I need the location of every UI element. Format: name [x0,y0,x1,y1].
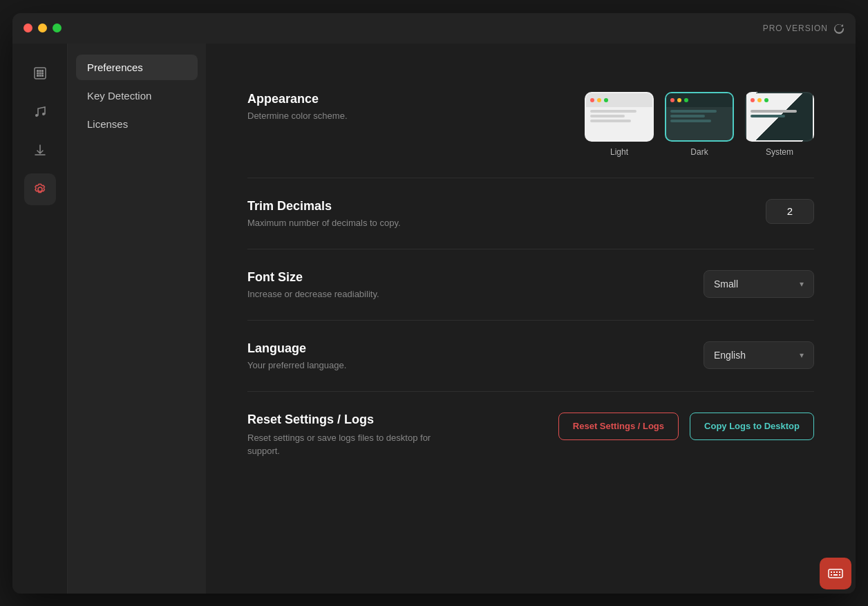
card-dark-dot-red [670,98,674,102]
sidebar-icons [12,44,68,594]
reset-section: Reset Settings / Logs Reset settings or … [247,392,814,479]
refresh-icon[interactable] [833,23,845,34]
language-chevron-down-icon: ▾ [800,350,804,360]
trim-decimals-control: 2 [766,199,814,224]
font-size-title: Font Size [247,270,704,285]
sidebar-icon-calculator[interactable] [24,57,56,89]
svg-rect-14 [833,571,835,573]
sidebar-icon-music[interactable] [24,96,56,128]
app-window: PRO VERSION [12,13,856,594]
svg-rect-8 [39,75,41,77]
card-dark-line1 [670,110,717,113]
font-size-desc: Increase or decrease readiability. [247,289,704,299]
maximize-button[interactable] [53,23,62,32]
appearance-cards-row: Light [585,92,814,157]
appearance-control: Light [585,92,814,157]
svg-rect-6 [41,72,44,74]
appearance-info: Appearance Determine color scheme. [247,92,585,121]
nav-item-key-detection[interactable]: Key Detection [76,83,198,108]
card-light-line1 [590,110,636,113]
reset-title: Reset Settings / Logs [247,413,558,427]
appearance-system-label: System [766,147,793,157]
card-light-dot-red [590,98,594,102]
card-light-line3 [590,120,631,122]
copy-logs-button[interactable]: Copy Logs to Desktop [690,413,814,440]
svg-point-10 [35,114,38,117]
svg-rect-12 [829,569,842,578]
svg-rect-19 [839,574,840,576]
keyboard-fab[interactable] [820,558,851,589]
keyboard-icon [827,565,844,582]
appearance-title: Appearance [247,92,585,106]
font-size-section: Font Size Increase or decrease readiabil… [247,249,814,321]
appearance-section: Appearance Determine color scheme. [247,71,814,178]
card-dark-dot-green [684,98,688,102]
trim-decimals-desc: Maximum number of decimals to copy. [247,218,766,228]
svg-rect-13 [831,571,832,573]
appearance-dark-wrap: Dark [665,92,734,157]
card-light-dot-green [604,98,608,102]
trim-decimals-stepper[interactable]: 2 [766,199,814,224]
svg-rect-16 [839,571,840,573]
font-size-dropdown[interactable]: Small ▾ [704,270,814,298]
card-system-dot-red [751,98,755,102]
card-system-dot-green [764,98,768,102]
reset-control: Reset Settings / Logs Copy Logs to Deskt… [558,413,814,440]
card-light-titlebar [586,93,652,107]
svg-rect-3 [41,70,44,72]
nav-item-licenses[interactable]: Licenses [76,111,198,137]
appearance-light-label: Light [610,147,628,157]
traffic-lights [23,23,62,32]
font-size-selected: Small [714,278,738,290]
svg-rect-7 [37,75,39,77]
svg-rect-18 [833,574,838,576]
card-dark-line2 [670,115,705,117]
sidebar-icon-settings[interactable] [24,173,56,205]
appearance-card-dark[interactable] [665,92,734,142]
close-button[interactable] [23,23,32,32]
sidebar-nav: Preferences Key Detection Licenses [68,44,206,594]
appearance-system-wrap: System [745,92,814,157]
nav-item-preferences[interactable]: Preferences [76,55,198,80]
appearance-card-system[interactable] [745,92,814,142]
reset-settings-button[interactable]: Reset Settings / Logs [558,413,679,440]
card-light-dot-yellow [597,98,601,102]
card-dark-dot-yellow [677,98,681,102]
card-system-titlebar [746,93,813,107]
card-system-body [746,107,813,122]
trim-decimals-section: Trim Decimals Maximum number of decimals… [247,178,814,249]
card-dark-body [666,107,733,127]
card-system-line1 [751,110,797,113]
trim-decimals-info: Trim Decimals Maximum number of decimals… [247,199,766,228]
reset-info: Reset Settings / Logs Reset settings or … [247,413,558,458]
font-size-info: Font Size Increase or decrease readiabil… [247,270,704,299]
svg-rect-15 [836,571,838,573]
svg-rect-1 [37,70,39,72]
minimize-button[interactable] [38,23,47,32]
language-info: Language Your preferred language. [247,341,704,370]
card-light-body [586,107,652,127]
main-content: Appearance Determine color scheme. [206,44,856,594]
card-light-line2 [590,115,625,117]
language-section: Language Your preferred language. Englis… [247,321,814,392]
language-control: English ▾ [704,341,814,369]
card-dark-line3 [670,120,711,122]
app-body: Preferences Key Detection Licenses Appea… [12,44,856,594]
svg-rect-2 [39,70,41,72]
font-size-control: Small ▾ [704,270,814,298]
svg-rect-9 [41,75,44,77]
appearance-card-light[interactable] [585,92,654,142]
trim-decimals-value: 2 [787,205,793,217]
card-dark-titlebar [666,93,733,107]
card-system-line2 [751,115,785,117]
language-selected: English [714,350,746,361]
language-desc: Your preferred language. [247,360,704,370]
appearance-desc: Determine color scheme. [247,111,585,121]
svg-rect-17 [831,574,832,576]
pro-version-label: PRO VERSION [763,23,828,33]
reset-desc: Reset settings or save logs files to des… [247,431,455,458]
sidebar-icon-download[interactable] [24,135,56,167]
appearance-light-wrap: Light [585,92,654,157]
appearance-dark-label: Dark [690,147,708,157]
language-dropdown[interactable]: English ▾ [704,341,814,369]
